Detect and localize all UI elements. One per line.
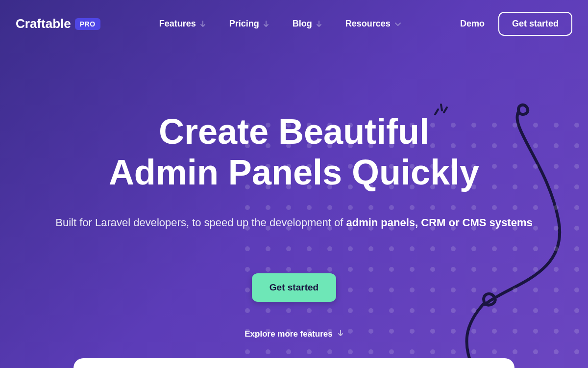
- explore-features-link[interactable]: Explore more features: [245, 329, 343, 339]
- get-started-button[interactable]: Get started: [498, 12, 572, 36]
- hero-title-line1: Create Beautiful: [159, 112, 429, 151]
- arrow-down-icon: [316, 21, 322, 27]
- arrow-down-icon: [338, 329, 343, 339]
- site-header: Craftable PRO Features Pricing Blog Reso…: [0, 0, 588, 48]
- main-nav: Features Pricing Blog Resources: [159, 19, 401, 29]
- header-actions: Demo Get started: [460, 12, 572, 36]
- chevron-down-icon: [394, 22, 401, 26]
- nav-label: Resources: [345, 19, 391, 29]
- pro-badge: PRO: [75, 18, 100, 30]
- arrow-down-icon: [200, 21, 206, 27]
- nav-label: Features: [159, 19, 196, 29]
- logo[interactable]: Craftable PRO: [16, 16, 100, 31]
- hero-subtitle-pre: Built for Laravel developers, to speed u…: [55, 216, 346, 229]
- demo-link[interactable]: Demo: [460, 19, 485, 29]
- arrow-down-icon: [263, 21, 269, 27]
- explore-label: Explore more features: [245, 329, 333, 339]
- hero-subtitle-strong: admin panels, CRM or CMS systems: [346, 216, 532, 229]
- nav-item-features[interactable]: Features: [159, 19, 206, 29]
- hero-title: Create Beautiful Admin Panels Quickly: [0, 111, 588, 193]
- bottom-preview-card: [74, 358, 514, 368]
- cta-get-started-button[interactable]: Get started: [252, 273, 336, 302]
- nav-item-pricing[interactable]: Pricing: [229, 19, 269, 29]
- logo-text: Craftable: [16, 16, 71, 31]
- nav-label: Pricing: [229, 19, 259, 29]
- nav-item-blog[interactable]: Blog: [293, 19, 322, 29]
- nav-item-resources[interactable]: Resources: [345, 19, 401, 29]
- hero-section: Create Beautiful Admin Panels Quickly Bu…: [0, 48, 588, 339]
- nav-label: Blog: [293, 19, 312, 29]
- hero-subtitle: Built for Laravel developers, to speed u…: [0, 216, 588, 229]
- hero-title-line2: Admin Panels Quickly: [109, 153, 479, 192]
